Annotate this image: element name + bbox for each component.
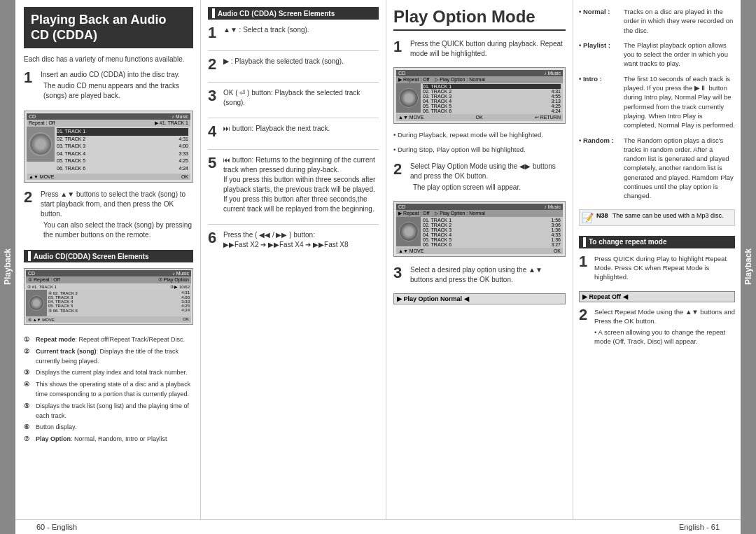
cd-footer-move: ▲▼ MOVE: [29, 174, 54, 179]
mid-step5-num: 5: [208, 155, 219, 171]
mid-step1-num: 1: [208, 25, 219, 41]
right-step1-num: 1: [579, 254, 590, 282]
cd-footer-ok: OK: [181, 174, 188, 179]
play-cd-screen1: CD♪ Music ▶ Repeat : Off ▷ Play Option :…: [393, 67, 566, 124]
track-row-5: 05. TRACK 54:25: [57, 157, 188, 165]
mid-step2-text: ▶ : Playback the selected track (song).: [223, 57, 344, 66]
right-step2-text: Select Repeat Mode using the ▲▼ buttons …: [594, 307, 735, 346]
step1: 1 Insert an audio CD (CDDA) into the dis…: [24, 70, 193, 101]
screen-elements-title: Audio CD(CDDA) Screen Elements: [24, 250, 193, 262]
cd-tracklist: 01. TRACK 1 02. TRACK 24:31 03. TRACK 34…: [55, 127, 190, 174]
step2-num: 2: [24, 190, 36, 240]
footer-left: 60 - English: [36, 523, 77, 531]
mid-step2-num: 2: [208, 57, 219, 72]
playback-sidebar-left: Playback: [0, 241, 15, 292]
left-column: Playing Back an Audio CD (CDDA) Each dis…: [15, 0, 201, 519]
play-option-title: Play Option Mode: [393, 7, 566, 31]
mid-step4: 4 ⏭ button: Playback the next track.: [208, 124, 379, 139]
note-text: The same can be used with a Mp3 disc.: [612, 212, 724, 219]
cd-screen-elements: CD♪ Music ① Repeat : Off⑦ Play Option ② …: [24, 268, 193, 325]
far-right-column: • Normal : Tracks on a disc are played i…: [573, 0, 741, 519]
track-row-2: 02. TRACK 24:31: [57, 136, 188, 143]
cd-disc: [29, 132, 52, 156]
title-line1: Playing Back an Audio: [31, 13, 186, 28]
play-step3: 3 Select a desired play option using the…: [393, 265, 566, 285]
mid-step6-text: Press the ( ◀◀ / ▶▶ ) button: ▶▶Fast X2 …: [223, 230, 349, 250]
option-normal: • Normal : Tracks on a disc are played i…: [579, 7, 735, 35]
play-option-screen: ▶ Play Option Normal ◀: [393, 293, 566, 304]
cd-header-left: CD: [29, 114, 36, 119]
right-step2-num: 2: [579, 307, 590, 346]
note-icon: 📝: [582, 212, 594, 223]
track-row-6: 06. TRACK 64:24: [57, 165, 188, 173]
cd-disc-area: [27, 127, 55, 162]
mid-step3-num: 3: [208, 88, 219, 104]
main-title: Playing Back an Audio CD (CDDA): [24, 7, 193, 48]
intro-text: Each disc has a variety of menu function…: [24, 55, 193, 63]
play-step3-text: Select a desired play option using the ▲…: [410, 265, 566, 285]
option-intro: • Intro : The first 10 seconds of each t…: [579, 74, 735, 130]
mid-step3-text: OK ( ⏎ ) button: Playback the selected t…: [223, 88, 379, 108]
mid-step4-text: ⏭ button: Playback the next track.: [223, 124, 330, 134]
right-step1: 1 Press QUICK during Play to highlight R…: [579, 254, 735, 282]
play-step3-num: 3: [393, 265, 406, 285]
step1-text: Insert an audio CD (CDDA) into the disc …: [41, 70, 193, 101]
play-cd-screen2: CD♪ Music ▶ Repeat : Off ▷ Play Option :…: [393, 201, 566, 257]
title-line2: CD (CDDA): [31, 28, 186, 43]
play-step1-num: 1: [393, 39, 406, 59]
track-row-3: 03. TRACK 34:00: [57, 143, 188, 150]
mid-step6-num: 6: [208, 230, 219, 246]
step2: 2 Press ▲▼ buttons to select the track (…: [24, 190, 193, 240]
track-row-4: 04. TRACK 43:33: [57, 150, 188, 158]
mid-step1-text: ▲▼ : Select a track (song).: [223, 25, 309, 35]
mid-step5-text: ⏮ button: Returns to the beginning of th…: [223, 155, 379, 214]
cd-repeat: Repeat : Off: [29, 120, 55, 126]
cd-track-label: ▶ #1. TRACK 1: [155, 120, 188, 126]
info-note: 📝 N38 The same can be used with a Mp3 di…: [579, 209, 735, 226]
cd-screen-step1: CD ♪ Music Repeat : Off ▶ #1. TRACK 1: [24, 111, 193, 183]
mid-step3: 3 OK ( ⏎ ) button: Playback the selected…: [208, 88, 379, 108]
mid-step6: 6 Press the ( ◀◀ / ▶▶ ) button: ▶▶Fast X…: [208, 230, 379, 250]
mid-step2: 2 ▶ : Playback the selected track (song)…: [208, 57, 379, 72]
track-row-1: 01. TRACK 1: [57, 128, 188, 136]
repeat-screen: ▶ Repeat Off ◀: [579, 291, 735, 302]
right-step2: 2 Select Repeat Mode using the ▲▼ button…: [579, 307, 735, 346]
option-playlist: • Playlist : The Playlist playback optio…: [579, 41, 735, 69]
play-step2: 2 Select Play Option Mode using the ◀▶ b…: [393, 162, 566, 192]
play-step1: 1 Press the QUICK button during playback…: [393, 39, 566, 59]
to-change-title: To change repeat mode: [579, 236, 735, 248]
cd-header-right: ♪ Music: [172, 114, 188, 119]
mid-step1: 1 ▲▼ : Select a track (song).: [208, 25, 379, 41]
play-step1-bullet2: • During Stop, Play option will be highl…: [393, 146, 566, 153]
mid-step5: 5 ⏮ button: Returns to the beginning of …: [208, 155, 379, 214]
play-step2-text: Select Play Option Mode using the ◀▶ but…: [410, 162, 566, 192]
mid-section-title: Audio CD (CDDA) Screen Elements: [208, 7, 379, 20]
middle-column: Audio CD (CDDA) Screen Elements 1 ▲▼ : S…: [201, 0, 386, 519]
play-option-column: Play Option Mode 1 Press the QUICK butto…: [386, 0, 573, 519]
right-step1-text: Press QUICK during Play to highlight Rep…: [594, 254, 735, 282]
option-random: • Random : The Random option plays a dis…: [579, 136, 735, 201]
play-step2-num: 2: [393, 162, 406, 192]
footer-bar: 60 - English English - 61: [15, 519, 741, 534]
play-step1-bullet1: • During Playback, repeat mode will be h…: [393, 131, 566, 139]
play-step1-text: Press the QUICK button during playback. …: [410, 39, 566, 59]
playback-sidebar-right: Playback: [741, 241, 756, 292]
note-num: N38: [596, 212, 608, 219]
step2-text: Press ▲▼ buttons to select the track (so…: [41, 190, 193, 240]
footer-right: English - 61: [679, 523, 720, 531]
numbered-labels: ① Repeat mode: Repeat off/Repeat Track/R…: [24, 335, 193, 445]
step1-num: 1: [24, 70, 36, 101]
mid-step4-num: 4: [208, 124, 219, 139]
